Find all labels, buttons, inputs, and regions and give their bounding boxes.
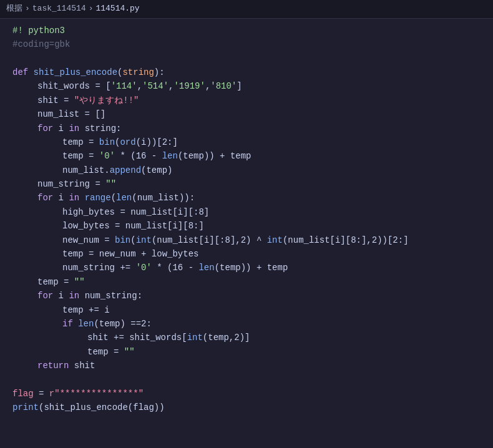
code-token: #coding=gbk	[12, 39, 70, 49]
code-token: = num_list[i][:8]	[115, 207, 209, 217]
code-token: temp	[62, 305, 84, 315]
line-content: for i in range(len(num_list)):	[0, 191, 491, 205]
code-line: num_list = []	[0, 107, 493, 121]
code-token	[12, 205, 62, 219]
breadcrumb: 根据 › task_114514 › 114514.py	[0, 0, 493, 19]
code-token: .	[104, 165, 109, 175]
line-content: num_string += '0' * (16 - len(temp)) + t…	[0, 261, 491, 275]
code-token	[12, 177, 37, 191]
code-line: #! python3	[0, 24, 493, 37]
code-token	[12, 94, 37, 107]
code-token	[12, 331, 87, 344]
code-line: num_list.append(temp)	[0, 163, 493, 177]
code-token: =	[84, 137, 99, 147]
code-token	[12, 345, 87, 359]
code-token	[12, 247, 62, 261]
code-token	[12, 289, 37, 303]
line-content: shit = "やりますね!!"	[0, 94, 491, 107]
code-token: num_string	[62, 263, 115, 273]
code-line: new_num = bin(int(num_list[i][:8],2) ^ i…	[0, 233, 493, 247]
line-content: high_bytes = num_list[i][:8]	[0, 205, 491, 219]
code-token: def	[12, 67, 34, 77]
code-token: '0'	[136, 263, 152, 273]
line-content	[0, 373, 491, 387]
code-token: shit_plus_encode	[34, 67, 117, 77]
code-token: (i))[2:]	[136, 137, 178, 147]
code-line: shit_words = ['114','514','1919','810']	[0, 79, 493, 93]
code-line: shit = "やりますね!!"	[0, 94, 493, 107]
code-token: = []	[79, 109, 105, 119]
code-token: string:	[85, 124, 122, 134]
code-token: ""	[105, 179, 116, 189]
code-token: flag	[12, 389, 34, 399]
code-line: high_bytes = num_list[i][:8]	[0, 205, 493, 219]
code-token: '514'	[142, 81, 168, 91]
code-token	[12, 219, 62, 233]
code-token: (temp)) + temp	[178, 151, 251, 161]
code-token: in	[69, 291, 84, 301]
code-line: for i in num_string:	[0, 289, 493, 303]
breadcrumb-task[interactable]: task_114514	[32, 2, 86, 16]
code-token: for	[37, 124, 59, 134]
code-line: num_string += '0' * (16 - len(temp)) + t…	[0, 261, 493, 275]
code-token: '0'	[99, 151, 115, 161]
code-token: temp	[87, 347, 109, 357]
code-token: int	[267, 235, 283, 245]
line-content: shit += shit_words[int(temp,2)]	[0, 331, 491, 344]
line-content: for i in string:	[0, 122, 491, 135]
code-token: ]	[237, 81, 242, 91]
code-token: temp	[37, 277, 59, 287]
code-token: ord	[120, 137, 135, 147]
code-token: = [	[90, 81, 111, 91]
code-token: low_bytes	[62, 221, 110, 231]
code-token: for	[37, 193, 59, 203]
code-token	[12, 79, 37, 93]
code-token: int	[187, 333, 203, 343]
code-token: = num_list[i][8:]	[110, 221, 204, 231]
breadcrumb-file[interactable]: 114514.py	[95, 2, 139, 16]
code-line: for i in string:	[0, 122, 493, 135]
code-token	[12, 163, 62, 177]
code-line: temp = ""	[0, 345, 493, 359]
code-line	[0, 52, 493, 66]
code-token: (	[130, 235, 135, 245]
breadcrumb-sep2: ›	[89, 2, 94, 16]
code-token: '1919'	[173, 81, 205, 91]
code-token: i	[59, 193, 69, 203]
code-token	[12, 275, 37, 289]
code-token: =	[90, 179, 105, 189]
code-token: len	[116, 193, 132, 203]
code-token: new_num	[62, 235, 99, 245]
code-token: '810'	[210, 81, 237, 91]
line-content: temp = ""	[0, 345, 491, 359]
code-token: (temp)	[141, 165, 172, 175]
code-token: "やりますね!!"	[74, 95, 139, 105]
code-token: int	[136, 235, 152, 245]
code-token	[12, 107, 37, 121]
code-token	[12, 303, 62, 317]
line-content: def shit_plus_encode(string):	[0, 66, 491, 79]
line-content: temp = '0' * (16 - len(temp)) + temp	[0, 149, 491, 163]
code-token: high_bytes	[62, 207, 115, 217]
code-token: shit	[37, 95, 59, 105]
code-token: temp	[62, 249, 84, 259]
code-token: * (16 -	[152, 263, 199, 273]
code-token	[12, 261, 62, 275]
code-token: if	[62, 319, 78, 329]
code-token	[12, 191, 37, 205]
line-content: shit_words = ['114','514','1919','810']	[0, 79, 491, 93]
code-token: string	[122, 67, 154, 77]
code-token: return	[37, 361, 74, 371]
code-line: low_bytes = num_list[i][8:]	[0, 219, 493, 233]
code-token: (num_list[i][:8],2) ^	[152, 235, 267, 245]
code-token: num_list	[37, 109, 79, 119]
code-token	[12, 233, 62, 247]
code-token: num_string:	[85, 291, 142, 301]
code-line: temp = new_num + low_bytes	[0, 247, 493, 261]
code-line: temp += i	[0, 303, 493, 317]
code-line: print(shit_plus_encode(flag))	[0, 401, 493, 414]
line-content: num_list.append(temp)	[0, 163, 491, 177]
code-token: * (16 -	[115, 151, 162, 161]
code-token: len	[78, 319, 94, 329]
line-content: low_bytes = num_list[i][8:]	[0, 219, 491, 233]
